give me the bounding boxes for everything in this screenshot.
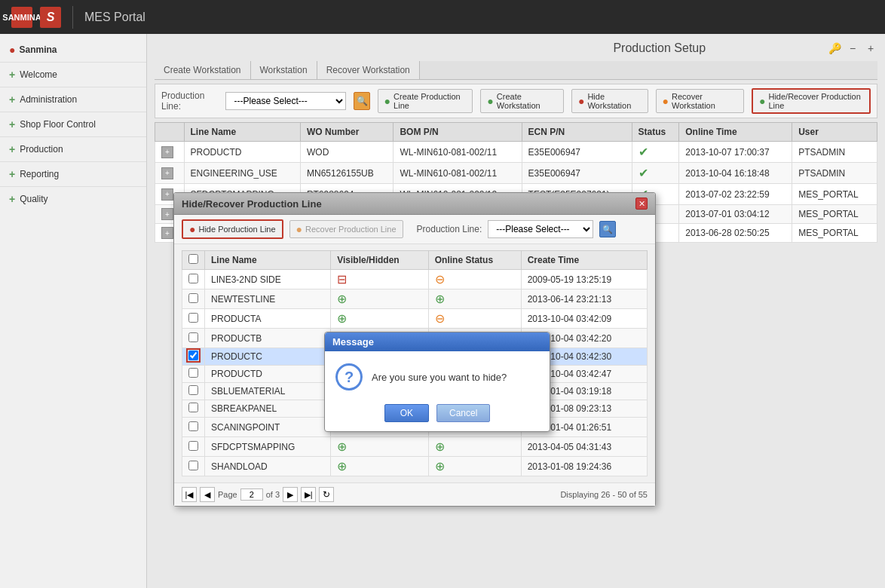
cell-online-time: 2013-07-01 03:04:12: [679, 205, 792, 224]
sidebar-item-quality[interactable]: + Quality: [0, 186, 146, 211]
cell-line-name: PRODUCTD: [205, 366, 331, 383]
message-ok-button[interactable]: OK: [384, 404, 429, 422]
cell-create-time: 2009-05-19 13:25:19: [521, 270, 647, 289]
plus-icon[interactable]: +: [864, 41, 877, 55]
logo-area: SANMINA S: [11, 7, 61, 28]
sidebar-item-administration[interactable]: + Administration: [0, 87, 146, 112]
cell-line-name: SBREAKPANEL: [205, 400, 331, 418]
lock-icon[interactable]: 🔑: [828, 41, 841, 55]
sidebar-item-reporting[interactable]: + Reporting: [0, 161, 146, 186]
tab-create-workstation[interactable]: Create Workstation: [155, 61, 251, 79]
page-label: Page: [218, 490, 237, 499]
sidebar-item-label: Welcome: [20, 69, 57, 80]
col-wo-number: WO Number: [301, 123, 394, 142]
content-area: Production Setup 🔑 − + Create Workstatio…: [147, 34, 885, 588]
hide-workstation-icon: ●: [578, 95, 584, 107]
logo-icon: S: [40, 7, 61, 28]
cell-line-name: SFDCPTSMAPPING: [205, 437, 331, 457]
sidebar-item-shop-floor-control[interactable]: + Shop Floor Control: [0, 112, 146, 136]
message-question-icon: ?: [335, 363, 363, 390]
recover-workstation-icon: ●: [663, 95, 669, 107]
next-page-button[interactable]: ▶: [283, 487, 298, 502]
main-toolbar: Production Line: ---Please Select--- 🔍 ●…: [155, 84, 877, 118]
row-expand-button[interactable]: +: [161, 167, 173, 179]
dialog-search-button[interactable]: 🔍: [599, 221, 616, 237]
create-prod-line-icon: ●: [384, 95, 390, 107]
tab-workstation[interactable]: Workstation: [251, 61, 317, 79]
col-line-name: Line Name: [205, 251, 331, 270]
sidebar: ● Sanmina + Welcome + Administration + S…: [0, 34, 147, 588]
first-page-button[interactable]: |◀: [182, 487, 197, 502]
refresh-button[interactable]: ↻: [319, 487, 334, 502]
sidebar-item-label: Production: [20, 144, 63, 155]
message-cancel-button[interactable]: Cancel: [436, 404, 490, 422]
cell-ecn-pn: E35E006947: [522, 163, 632, 184]
hide-recover-prod-line-button[interactable]: ● Hide/Recover Production Line: [752, 88, 871, 114]
row-checkbox-checked[interactable]: [188, 351, 198, 360]
row-checkbox[interactable]: [188, 293, 198, 303]
dialog-prod-line-label: Production Line:: [417, 224, 482, 234]
row-expand-button[interactable]: +: [161, 227, 173, 239]
hide-prod-line-icon: ●: [189, 223, 195, 235]
cell-status: ✔: [632, 163, 679, 184]
dialog-footer: |◀ ◀ Page of 3 ▶ ▶| ↻ Displaying 26 - 50…: [174, 482, 655, 506]
page-title: Production Setup: [491, 41, 828, 55]
cell-online-time: 2013-07-02 23:22:59: [679, 184, 792, 205]
row-checkbox[interactable]: [188, 421, 198, 431]
last-page-button[interactable]: ▶|: [301, 487, 316, 502]
row-checkbox[interactable]: [188, 368, 198, 378]
cell-line-name: PRODUCTD: [184, 142, 301, 163]
dialog-prod-line-select[interactable]: ---Please Select---: [488, 220, 593, 238]
tab-recover-workstation[interactable]: Recover Workstation: [317, 61, 420, 79]
row-expand-button[interactable]: +: [161, 188, 173, 201]
create-prod-line-button[interactable]: ● Create Production Line: [378, 89, 473, 113]
prev-page-button[interactable]: ◀: [200, 487, 215, 502]
sidebar-plus-icon: +: [9, 193, 15, 205]
row-checkbox[interactable]: [188, 403, 198, 412]
hide-prod-line-button[interactable]: ● Hide Porduction Line: [182, 219, 283, 239]
hide-prod-line-label: Hide Porduction Line: [198, 225, 275, 234]
row-checkbox[interactable]: [188, 274, 198, 283]
cell-line-name: PRODUCTA: [205, 309, 331, 329]
cell-line-name: SHANDLOAD: [205, 457, 331, 476]
cell-bom-pn: WL-MIN610-081-002/11: [394, 163, 522, 184]
cell-user: PTSADMIN: [792, 142, 877, 163]
row-expand-button[interactable]: +: [161, 146, 173, 158]
prod-line-select[interactable]: ---Please Select---: [225, 92, 346, 110]
dialog-table-row: PRODUCTA ⊕ ⊖ 2013-10-04 03:42:09: [182, 309, 648, 329]
divider: [72, 6, 73, 29]
create-workstation-button[interactable]: ● Create Workstation: [480, 89, 564, 113]
header-icons: 🔑 − +: [828, 41, 877, 55]
col-status: Status: [632, 123, 679, 142]
row-checkbox[interactable]: [188, 332, 198, 342]
select-all-checkbox[interactable]: [188, 254, 198, 264]
cell-user: MES_PORTAL: [792, 205, 877, 224]
dialog-table-row: SFDCPTSMAPPING ⊕ ⊕ 2013-04-05 04:31:43: [182, 437, 648, 457]
cell-online-time: 2013-10-04 16:18:48: [679, 163, 792, 184]
row-expand-button[interactable]: +: [161, 208, 173, 220]
row-checkbox[interactable]: [188, 385, 198, 395]
dialog-close-button[interactable]: ✕: [635, 198, 648, 210]
sidebar-item-production[interactable]: + Production: [0, 136, 146, 161]
row-checkbox[interactable]: [188, 461, 198, 470]
col-online-time: Online Time: [679, 123, 792, 142]
col-expand: [155, 123, 185, 142]
page-number-input[interactable]: [240, 488, 263, 501]
sidebar-plus-icon: +: [9, 143, 15, 155]
create-workstation-label: Create Workstation: [497, 92, 557, 110]
row-checkbox[interactable]: [188, 441, 198, 451]
prod-line-label: Production Line:: [161, 90, 218, 112]
cell-line-name: ENGINEERING_USE: [184, 163, 301, 184]
top-bar: SANMINA S MES Portal: [0, 0, 885, 34]
recover-workstation-button[interactable]: ● Recover Workstation: [656, 89, 745, 113]
hide-workstation-button[interactable]: ● Hide Workstation: [571, 89, 648, 113]
dialog-table-row: LINE3-2ND SIDE ⊟ ⊖ 2009-05-19 13:25:19: [182, 270, 648, 289]
create-prod-line-label: Create Production Line: [394, 92, 466, 110]
prod-line-search-button[interactable]: 🔍: [354, 92, 369, 110]
cell-online: ⊖: [428, 270, 521, 289]
recover-prod-line-button[interactable]: ● Recover Production Line: [289, 220, 403, 238]
row-checkbox[interactable]: [188, 313, 198, 323]
cell-user: MES_PORTAL: [792, 184, 877, 205]
sidebar-item-welcome[interactable]: + Welcome: [0, 62, 146, 87]
minus-icon[interactable]: −: [846, 41, 859, 55]
